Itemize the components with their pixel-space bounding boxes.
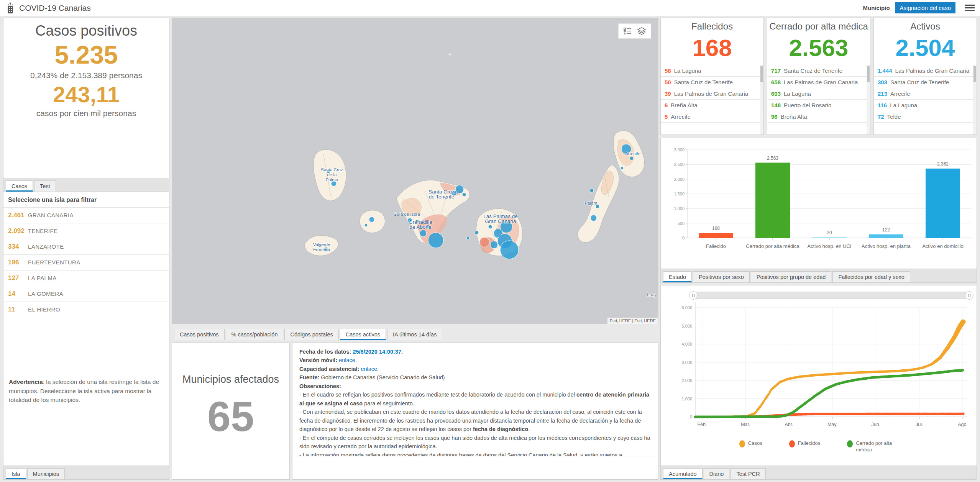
stat-list-item[interactable]: 96Breña Alta [767,111,870,123]
stat-list-item[interactable]: 148Puerto del Rosario [767,100,870,111]
stat-card-fallecidos: Fallecidos16858La Laguna50Santa Cruz de … [660,18,764,135]
tab-casos-activos[interactable]: Casos activos [340,329,386,340]
island-name: LA GOMERA [28,290,63,297]
case-bubble[interactable] [490,241,498,249]
tab-test[interactable]: Test [34,180,56,192]
case-bubble[interactable] [369,217,374,222]
island-row-gran-canaria[interactable]: 2.461GRAN CANARIA [3,207,169,223]
legend-item-fallecidos[interactable]: Fallecidos [789,440,821,453]
bar-value-label: 122 [882,227,890,233]
stat-list-item[interactable]: 717Santa Cruz de Tenerife [767,65,870,77]
legend-button-icon[interactable] [623,27,632,35]
info-link[interactable]: enlace [339,357,355,363]
range-slider-handle-right[interactable] [965,292,973,300]
info-panel: Fecha de los datos: 25/8/2020 14:00:37.V… [292,343,658,480]
island-row-el-hierro[interactable]: 11EL HIERRO [3,302,169,317]
casos-test-tabs: CasosTest [3,178,169,192]
legend-item-cerrado-por-alta-m-dica[interactable]: Cerrado por alta médica [847,440,898,453]
tab-estado[interactable]: Estado [663,271,692,282]
stat-item-count: 717 [771,67,781,74]
stat-list-item[interactable]: 6Breña Alta [661,100,763,111]
bar-value-label: 168 [712,226,720,231]
case-bubble[interactable] [428,233,443,248]
tab-casos[interactable]: Casos [6,180,33,192]
range-slider-track[interactable] [693,292,969,299]
stat-list-item[interactable]: 50Santa Cruz de Tenerife [661,77,763,88]
stat-list-item[interactable]: 658Las Palmas de Gran Canaria [767,77,870,88]
island-row-fuerteventura[interactable]: 196FUERTEVENTURA [3,254,169,270]
scrollbar-thumb[interactable] [867,66,870,82]
info-line: Fuente: Gobierno de Canarias (Servicio C… [299,373,651,382]
municipios-title: Municipios afectados [182,374,279,385]
bar-category-label: Cerrado por alta médica [746,243,799,249]
scrollbar-thumb[interactable] [973,66,976,82]
stat-list-item[interactable]: 603La Laguna [767,88,870,100]
case-bubble[interactable] [479,237,489,247]
stat-item-count: 6 [665,102,668,108]
island-row-tenerife[interactable]: 2.092TENERIFE [3,223,169,239]
case-bubble[interactable] [449,54,451,55]
map-label-line: Arrecife [625,151,640,156]
stat-list-item[interactable]: 58La Laguna [661,65,763,77]
bar-activo-hosp-en-planta[interactable] [869,234,903,238]
stat-item-count: 116 [878,102,887,108]
case-bubble[interactable] [590,189,594,192]
tab-diario[interactable]: Diario [704,468,730,479]
stat-card-value: 2.563 [767,32,870,64]
map-label-line: Guía de Isora [393,212,420,216]
stat-list-item[interactable]: 1.444Las Palmas de Gran Canaria [874,65,977,77]
map-label: Arrecife [625,151,640,156]
layers-button-icon[interactable] [637,27,646,35]
scrollbar[interactable] [867,65,870,134]
tab-acumulado[interactable]: Acumulado [663,468,703,479]
island-row-lanzarote[interactable]: 334LANZAROTE [3,239,169,254]
stat-list-item[interactable]: 72Telde [874,111,977,123]
stat-card-cerrado-por-alta-m-dica: Cerrado por alta médica2.563717Santa Cru… [767,18,870,135]
map-canvas[interactable]: Santa Cruzde laPalmaValverdeFronteraSant… [172,18,658,324]
tab-casos-positivos[interactable]: Casos positivos [174,329,225,340]
stat-list-item[interactable]: 39Las Palmas de Gran Canaria [661,88,763,100]
view-link-municipio[interactable]: Municipio [863,5,890,11]
case-bubble[interactable] [466,237,469,240]
island-row-la-gomera[interactable]: 14LA GOMERA [3,286,169,302]
hamburger-menu-icon[interactable] [965,5,975,11]
tab-positivos-por-grupo-de-edad[interactable]: Positivos por grupo de edad [751,271,832,282]
bar-fallecido[interactable] [699,233,733,238]
scrollbar[interactable] [760,65,763,134]
case-bubble[interactable] [488,225,492,229]
tab-fallecidos-por-edad-y-sexo[interactable]: Fallecidos por edad y sexo [832,271,910,282]
page-title: COVID-19 Canarias [19,3,91,13]
view-button-asignacion[interactable]: Asignación del caso [895,2,955,13]
tab-positivos-por-sexo[interactable]: Positivos por sexo [693,271,750,282]
tab-municipios[interactable]: Municipios [27,468,65,479]
map-label-line: de Tenerife [429,194,455,200]
stat-list-item[interactable]: 5Arrecife [661,111,763,123]
case-bubble[interactable] [462,193,466,197]
scrollbar[interactable] [973,65,977,134]
range-slider-handle-left[interactable] [689,292,698,300]
tab-ia-ltimos-14-d-as[interactable]: IA últimos 14 días [387,329,442,340]
scrollbar-thumb[interactable] [760,66,763,82]
bar-cerrado-por-alta-m-dica[interactable] [755,163,790,238]
case-bubble[interactable] [475,231,479,234]
case-bubble[interactable] [420,230,427,237]
tab-c-digos-postales[interactable]: Códigos postales [284,329,338,340]
map-label: Guía de Isora [393,212,420,216]
tab-test-pcr[interactable]: Test PCR [730,468,765,479]
stat-list-item[interactable]: 303Santa Cruz de Tenerife [874,77,977,88]
bar-activo-en-domicilio[interactable] [926,169,960,238]
info-link[interactable]: enlace [361,366,377,372]
case-bubble[interactable] [621,167,624,170]
case-bubble[interactable] [364,224,368,227]
island-row-la-palma[interactable]: 127LA PALMA [3,270,169,286]
case-bubble[interactable] [591,215,597,221]
case-bubble[interactable] [500,241,519,259]
tab-isla[interactable]: Isla [6,468,26,479]
case-bubble[interactable] [630,156,634,160]
map-label: Pájara [584,201,598,205]
legend-dot [847,440,853,448]
stat-list-item[interactable]: 116La Laguna [874,100,977,111]
legend-item-casos[interactable]: Casos [739,440,762,453]
tab-casos-poblaci-n[interactable]: % casos/población [226,329,284,340]
stat-list-item[interactable]: 213Arrecife [874,88,977,100]
